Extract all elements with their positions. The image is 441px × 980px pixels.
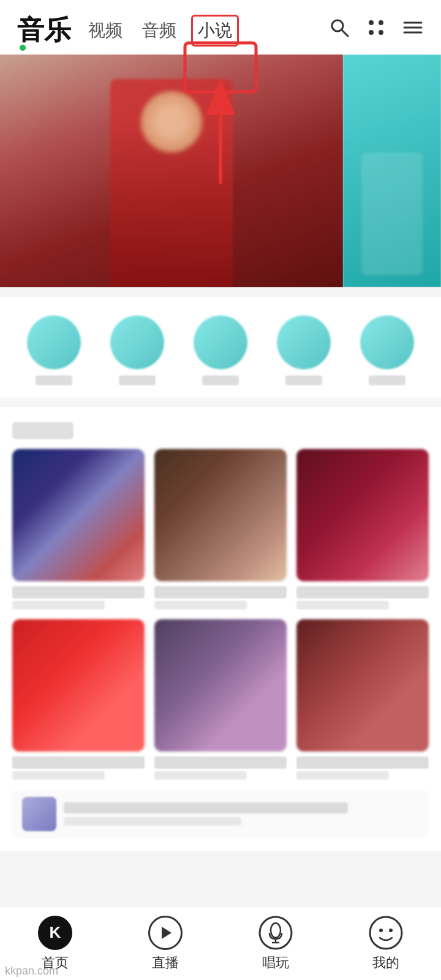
category-icon-5	[360, 315, 414, 369]
search-icon[interactable]	[328, 17, 350, 44]
live-icon-wrap	[148, 916, 183, 950]
card-title-3	[296, 586, 429, 598]
svg-point-17	[379, 929, 383, 932]
card-sub-3	[296, 601, 389, 609]
card-image-5	[154, 619, 287, 752]
card-image-1	[12, 449, 145, 581]
svg-point-5	[379, 30, 383, 35]
section-header	[12, 407, 429, 449]
category-icon-4	[277, 315, 331, 369]
k-icon: K	[38, 916, 72, 950]
svg-point-18	[389, 929, 393, 932]
content-section	[0, 407, 441, 851]
hero-side-image	[343, 55, 441, 287]
nav-item-sing[interactable]: 唱玩	[239, 916, 312, 972]
nav-tabs: 视频 音频 小说	[83, 15, 328, 47]
category-label-3	[202, 375, 239, 385]
category-icon-1	[27, 315, 81, 369]
card-image-3	[296, 449, 429, 581]
face-icon	[369, 916, 403, 950]
section-title-bar	[12, 422, 74, 439]
menu-icon[interactable]	[402, 17, 424, 44]
nav-label-mine: 我的	[372, 954, 399, 972]
category-item[interactable]	[110, 315, 164, 385]
category-item[interactable]	[360, 315, 414, 385]
tab-video[interactable]: 视频	[83, 17, 127, 45]
content-grid	[12, 449, 429, 780]
content-card[interactable]	[296, 619, 429, 780]
play-icon	[148, 916, 183, 950]
mini-player[interactable]	[12, 790, 429, 839]
category-row	[0, 297, 441, 398]
card-text-1	[12, 586, 145, 609]
category-item[interactable]	[27, 315, 81, 385]
nav-label-live: 直播	[152, 954, 179, 972]
svg-point-12	[260, 917, 292, 949]
card-sub-2	[154, 601, 247, 609]
bottom-navigation: K 首页 直播 唱玩	[0, 907, 441, 980]
mini-player-info	[64, 802, 419, 826]
category-icon-3	[194, 315, 247, 369]
card-text-6	[296, 756, 429, 780]
content-card[interactable]	[296, 449, 429, 609]
card-image-4	[12, 619, 145, 752]
mic-icon	[258, 916, 293, 950]
category-label-2	[119, 375, 156, 385]
card-text-5	[154, 756, 287, 780]
card-text-2	[154, 586, 287, 609]
content-card[interactable]	[154, 449, 287, 609]
home-icon-wrap: K	[38, 916, 72, 950]
nav-item-home[interactable]: K 首页	[18, 916, 92, 972]
tab-novel[interactable]: 小说	[191, 15, 239, 47]
sing-icon-wrap	[258, 916, 293, 950]
svg-point-16	[370, 917, 402, 949]
hero-banner[interactable]	[0, 55, 441, 287]
nav-label-sing: 唱玩	[262, 954, 289, 972]
content-card[interactable]	[12, 619, 145, 780]
content-card[interactable]	[154, 619, 287, 780]
watermark: kkpan.com	[5, 965, 58, 978]
card-sub-6	[296, 771, 389, 780]
mine-icon-wrap	[369, 916, 403, 950]
svg-point-13	[271, 923, 281, 938]
svg-line-1	[342, 30, 348, 36]
card-image-2	[154, 449, 287, 581]
nav-item-mine[interactable]: 我的	[349, 916, 423, 972]
mini-player-title	[64, 802, 348, 813]
svg-point-4	[369, 30, 374, 35]
card-sub-5	[154, 771, 247, 780]
hero-main-image	[0, 55, 343, 287]
category-item[interactable]	[194, 315, 247, 385]
header: 音乐 视频 音频 小说	[0, 0, 441, 55]
card-title-2	[154, 586, 287, 598]
card-image-6	[296, 619, 429, 752]
category-label-4	[285, 375, 322, 385]
mini-player-thumbnail	[22, 797, 56, 831]
grid-icon[interactable]	[365, 17, 387, 44]
app-title: 音乐	[17, 12, 71, 48]
card-title-1	[12, 586, 145, 598]
card-title-6	[296, 756, 429, 769]
card-text-4	[12, 756, 145, 780]
card-sub-4	[12, 771, 105, 780]
content-card[interactable]	[12, 449, 145, 609]
category-label-5	[369, 375, 405, 385]
card-sub-1	[12, 601, 105, 609]
category-label-1	[36, 375, 72, 385]
header-icons	[328, 17, 424, 44]
svg-point-2	[369, 20, 374, 25]
tab-audio[interactable]: 音频	[137, 17, 181, 45]
category-icon-2	[110, 315, 164, 369]
card-title-5	[154, 756, 287, 769]
category-item[interactable]	[277, 315, 331, 385]
mini-player-subtitle	[64, 817, 241, 826]
nav-item-live[interactable]: 直播	[129, 916, 202, 972]
svg-point-3	[379, 20, 383, 25]
card-text-3	[296, 586, 429, 609]
card-title-4	[12, 756, 145, 769]
